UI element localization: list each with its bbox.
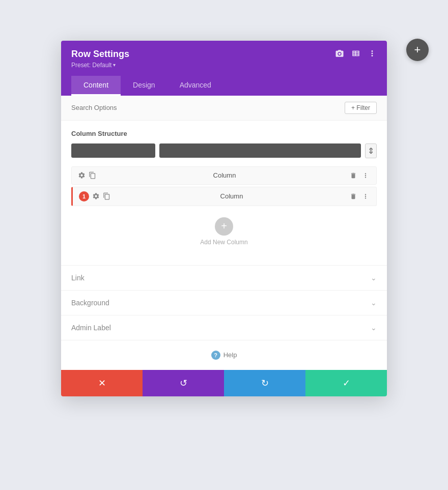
layout-icon[interactable] [351,49,360,58]
add-column-label: Add New Column [200,239,247,246]
add-column-button[interactable]: + [215,217,233,236]
search-bar: + Filter [61,96,387,121]
preset-caret-icon: ▾ [113,62,116,68]
floating-add-icon: + [414,43,421,56]
accordion-background-title: Background [71,299,109,307]
save-icon: ✓ [343,378,350,389]
accordion-link-title: Link [71,274,85,282]
col-delete-icon-2[interactable] [349,192,358,201]
modal-header-icons [335,49,377,58]
col-bar-left[interactable] [71,143,155,158]
modal-title-group: Row Settings Preset: Default ▾ [71,49,129,69]
col-settings-icon-1[interactable] [78,171,86,179]
col-row-icons-2 [92,192,110,200]
col-more-icon-2[interactable] [361,192,370,201]
col-row-label-1: Column [100,171,349,179]
col-settings-icon-2[interactable] [92,192,100,200]
col-row-icons-1 [78,171,96,179]
column-list: Column 1 [71,166,377,206]
col-row-actions-2 [349,192,370,201]
add-column-area: + Add New Column [71,211,377,256]
accordion-background-header[interactable]: Background ⌄ [61,291,387,315]
table-row: 1 Column [71,187,377,206]
col-copy-icon-1[interactable] [89,171,96,179]
col-delete-icon-1[interactable] [349,171,358,180]
modal-header: Row Settings Preset: Default ▾ [61,41,387,96]
col-copy-icon-2[interactable] [103,192,110,200]
col-layout-select[interactable]: ⇕ [365,143,377,158]
accordion-background: Background ⌄ [61,290,387,315]
more-options-icon[interactable] [368,49,377,58]
col-more-icon-1[interactable] [361,171,370,180]
col-layout-arrow-icon: ⇕ [368,146,374,156]
screenshot-icon[interactable] [335,49,344,58]
modal-tabs: Content Design Advanced [71,76,377,96]
reset-icon: ↺ [180,378,187,389]
page-wrapper: + Row Settings Preset: Default ▾ [10,20,438,490]
redo-button[interactable]: ↻ [224,370,305,396]
reset-button[interactable]: ↺ [143,370,224,396]
accordion-link-header[interactable]: Link ⌄ [61,266,387,290]
save-button[interactable]: ✓ [305,370,387,396]
modal-preset[interactable]: Preset: Default ▾ [71,62,129,69]
accordion-admin-label: Admin Label ⌄ [61,315,387,340]
tab-content[interactable]: Content [71,76,121,96]
help-area: ? Help [61,340,387,370]
help-label: Help [223,351,237,359]
row-settings-modal: Row Settings Preset: Default ▾ [61,41,387,396]
chevron-down-icon: ⌄ [371,274,377,282]
redo-icon: ↻ [261,378,269,389]
modal-header-top: Row Settings Preset: Default ▾ [71,49,377,69]
table-row: Column [71,166,377,185]
help-icon: ? [211,351,220,360]
chevron-down-icon: ⌄ [371,299,377,307]
accordion-admin-label-header[interactable]: Admin Label ⌄ [61,315,387,340]
filter-button[interactable]: + Filter [345,102,377,114]
column-structure-title: Column Structure [71,130,377,137]
modal-body: + Filter Column Structure ⇕ [61,96,387,370]
col-row-actions-1 [349,171,370,180]
accordion-admin-label-title: Admin Label [71,324,111,332]
chevron-down-icon: ⌄ [371,324,377,332]
col-bar-right[interactable] [159,143,361,158]
cancel-button[interactable]: ✕ [61,370,143,396]
error-badge: 1 [79,191,89,201]
cancel-icon: ✕ [98,378,106,389]
modal-footer: ✕ ↺ ↻ ✓ [61,370,387,396]
col-row-label-2: Column [115,192,349,200]
tab-design[interactable]: Design [121,76,167,96]
column-structure-section: Column Structure ⇕ [61,121,387,265]
modal-title: Row Settings [71,49,129,60]
help-link[interactable]: ? Help [211,351,237,360]
tab-advanced[interactable]: Advanced [167,76,223,96]
floating-add-button[interactable]: + [406,39,429,61]
search-input[interactable] [71,104,345,111]
accordion-link: Link ⌄ [61,265,387,290]
column-layout-picker: ⇕ [71,143,377,158]
